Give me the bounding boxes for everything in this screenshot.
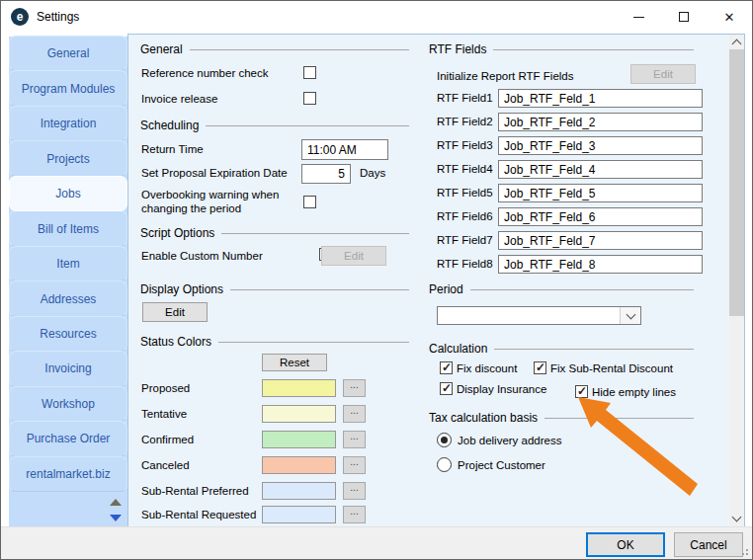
maximize-button[interactable] <box>661 1 707 33</box>
cancel-button[interactable]: Cancel <box>674 532 743 557</box>
invoice-release-row: Invoice release <box>141 92 316 105</box>
display-insurance-label: Display Insurance <box>457 383 546 395</box>
status-canceled-browse-button[interactable]: ... <box>343 456 366 474</box>
period-dropdown-button[interactable] <box>620 307 640 324</box>
chevron-down-icon <box>626 309 635 319</box>
status-tentative-browse-button[interactable]: ... <box>343 405 366 423</box>
reference-number-check-label: Reference number check <box>141 67 268 79</box>
rtf-field4-input[interactable] <box>498 160 703 179</box>
days-suffix-label: Days <box>360 167 385 179</box>
settings-panel: General Reference number check Invoice r… <box>127 34 745 527</box>
ok-button[interactable]: OK <box>586 532 665 557</box>
status-subrental-requested-browse-button[interactable]: ... <box>343 506 366 523</box>
rtf-field8-input[interactable] <box>498 255 703 274</box>
status-confirmed-label: Confirmed <box>141 434 194 445</box>
fix-subrental-discount-checkbox[interactable] <box>534 361 546 374</box>
section-divider <box>206 125 409 126</box>
rtf-field6-input[interactable] <box>498 207 703 226</box>
display-insurance-checkbox[interactable] <box>440 382 453 395</box>
overbooking-warning-checkbox[interactable] <box>303 196 316 208</box>
scrollbar-down-button[interactable] <box>729 511 744 526</box>
overbooking-warning-label: Overbooking warning when changing the pe… <box>141 188 297 215</box>
status-subrental-preferred-label: Sub-Rental Preferred <box>141 485 249 497</box>
window-controls: ✕ <box>616 1 752 33</box>
script-options-edit-button: Edit <box>321 246 386 266</box>
sidebar-item-bill-of-items[interactable]: Bill of Items <box>9 210 127 246</box>
job-delivery-address-row: Job delivery address <box>437 433 561 447</box>
section-divider <box>230 289 409 290</box>
return-time-input[interactable] <box>301 139 388 160</box>
sidebar-item-integration[interactable]: Integration <box>9 106 127 141</box>
sidebar-item-program-modules[interactable]: Program Modules <box>9 70 127 106</box>
invoice-release-checkbox[interactable] <box>303 92 316 105</box>
sidebar-item-item[interactable]: Item <box>9 246 127 281</box>
section-title: Display Options <box>140 282 223 296</box>
period-dropdown-value <box>438 307 620 324</box>
scroll-down-icon[interactable] <box>110 515 122 521</box>
invoice-release-label: Invoice release <box>141 93 217 105</box>
rtf-field5-input[interactable] <box>498 184 703 202</box>
section-title: Calculation <box>429 342 487 356</box>
rtf-field3-label: RTF Field3 <box>437 139 493 151</box>
rtf-field2-input[interactable] <box>498 113 703 131</box>
proposal-expiration-days-input[interactable] <box>301 164 351 184</box>
rtf-field1-input[interactable] <box>498 89 703 108</box>
rtf-field7-input[interactable] <box>498 231 703 250</box>
minimize-button[interactable] <box>616 1 661 33</box>
sidebar-item-addresses[interactable]: Addresses <box>9 280 127 316</box>
sidebar-item-general[interactable]: General <box>9 36 127 71</box>
sidebar-item-resources[interactable]: Resources <box>9 316 127 352</box>
sidebar-item-projects[interactable]: Projects <box>9 140 127 176</box>
rtf-field3-input[interactable] <box>498 136 703 155</box>
period-dropdown[interactable] <box>437 306 641 325</box>
section-divider <box>493 49 694 50</box>
project-customer-radio[interactable] <box>437 457 452 472</box>
job-delivery-address-radio[interactable] <box>437 433 452 447</box>
status-proposed-label: Proposed <box>141 382 190 394</box>
scroll-up-icon[interactable] <box>110 499 122 506</box>
fix-discount-checkbox[interactable] <box>440 361 453 374</box>
sidebar-item-workshop[interactable]: Workshop <box>9 386 127 422</box>
annotation-arrow <box>570 389 709 500</box>
scrollbar-up-button[interactable] <box>729 35 744 50</box>
sidebar-item-label: Integration <box>41 117 97 130</box>
sidebar-item-label: Jobs <box>55 187 80 200</box>
rtf-field8-label: RTF Field8 <box>437 258 493 270</box>
sidebar-item-invoicing[interactable]: Invoicing <box>9 351 127 386</box>
status-confirmed-swatch <box>262 431 336 448</box>
scrollbar-thumb[interactable] <box>729 49 744 316</box>
status-proposed-browse-button[interactable]: ... <box>343 379 366 397</box>
sidebar-item-purchase-order[interactable]: Purchase Order <box>9 421 127 456</box>
project-customer-row: Project Customer <box>437 457 545 472</box>
status-confirmed-browse-button[interactable]: ... <box>343 431 366 448</box>
sidebar-item-rentalmarket-biz[interactable]: rentalmarket.biz <box>9 456 127 492</box>
status-colors-reset-button[interactable]: Reset <box>262 354 327 371</box>
display-insurance-row: Display Insurance <box>440 382 546 395</box>
section-title: Tax calculation basis <box>429 411 538 425</box>
sidebar-item-label: Bill of Items <box>38 222 99 236</box>
sidebar-item-label: Addresses <box>41 292 97 306</box>
reference-number-check-row: Reference number check <box>141 66 316 79</box>
vertical-scrollbar[interactable] <box>729 35 744 526</box>
reference-number-check-checkbox[interactable] <box>303 66 316 79</box>
status-tentative-swatch <box>262 405 336 423</box>
rtf-field5-label: RTF Field5 <box>437 187 493 199</box>
status-canceled-label: Canceled <box>141 459 190 471</box>
settings-window: e Settings ✕ General Program Modules Int… <box>0 0 753 560</box>
section-status-colors: Status Colors <box>140 335 409 349</box>
resize-grip[interactable] <box>746 553 748 555</box>
sidebar-item-jobs[interactable]: Jobs <box>9 176 127 211</box>
close-button[interactable]: ✕ <box>707 1 752 33</box>
status-subrental-preferred-swatch <box>262 482 336 500</box>
status-proposed-swatch <box>262 379 336 397</box>
display-options-edit-button[interactable]: Edit <box>142 302 208 322</box>
status-subrental-preferred-browse-button[interactable]: ... <box>343 482 366 500</box>
section-divider <box>494 349 694 350</box>
status-canceled-swatch <box>262 456 336 474</box>
section-display-options: Display Options <box>140 282 409 296</box>
project-customer-label: Project Customer <box>458 459 545 471</box>
fix-discount-label: Fix discount <box>457 362 517 374</box>
section-divider <box>221 233 409 234</box>
return-time-label: Return Time <box>141 143 204 155</box>
app-logo-icon: e <box>11 8 29 26</box>
